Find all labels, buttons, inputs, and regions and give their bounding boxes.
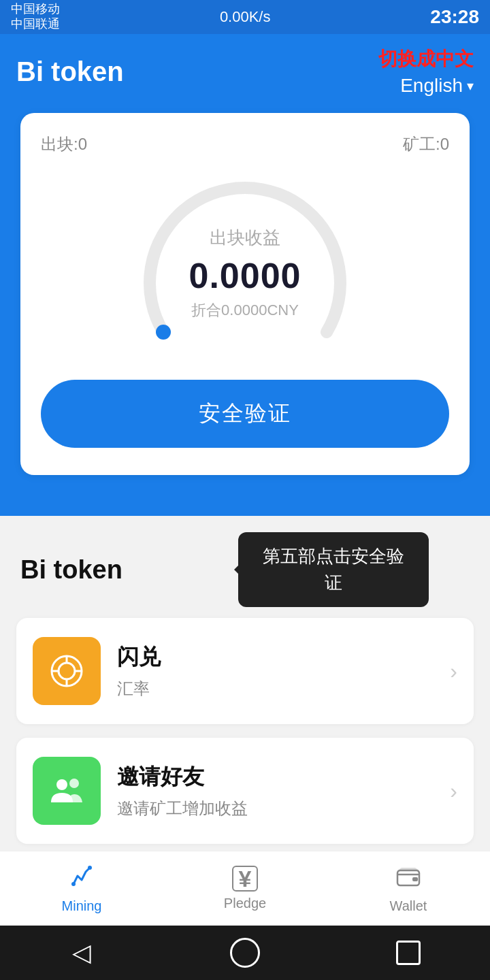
carrier2: 中国联通 <box>11 17 60 32</box>
back-icon: ◁ <box>72 938 91 967</box>
clock: 23:28 <box>430 6 479 28</box>
chevron-right-icon-2: › <box>450 779 457 804</box>
wallet-icon <box>396 864 421 894</box>
invite-friends-card[interactable]: 邀请好友 邀请矿工增加收益 › <box>16 738 474 844</box>
svg-point-7 <box>56 779 67 790</box>
svg-point-2 <box>59 663 75 679</box>
nav-pledge[interactable]: ¥ Pledge <box>163 851 327 926</box>
miner-count: 矿工:0 <box>403 133 449 155</box>
svg-point-8 <box>69 779 79 788</box>
gauge-value: 0.0000 <box>189 255 301 296</box>
chevron-down-icon: ▾ <box>467 78 474 94</box>
card-stats-row: 出块:0 矿工:0 <box>41 133 449 155</box>
wallet-label: Wallet <box>390 898 427 914</box>
block-count: 出块:0 <box>41 133 87 155</box>
svg-point-0 <box>156 325 171 340</box>
switch-to-chinese-label: 切换成中文 <box>378 46 474 72</box>
svg-point-9 <box>71 882 76 886</box>
invite-friends-icon <box>33 757 101 825</box>
gauge-container: 出块收益 0.0000 折合0.0000CNY <box>41 169 449 359</box>
svg-rect-12 <box>412 877 418 881</box>
home-icon <box>230 938 260 968</box>
verify-button[interactable]: 安全验证 <box>41 380 449 448</box>
flash-exchange-card[interactable]: 闪兑 汇率 › <box>16 618 474 724</box>
svg-point-10 <box>88 866 92 870</box>
tooltip-bubble: 第五部点击安全验 证 <box>238 532 429 607</box>
invite-friends-sub: 邀请矿工增加收益 <box>117 798 434 819</box>
english-label[interactable]: English ▾ <box>400 75 474 97</box>
pledge-label: Pledge <box>224 896 266 911</box>
flash-exchange-title: 闪兑 <box>117 642 434 672</box>
mining-label: Mining <box>62 898 102 914</box>
nav-mining[interactable]: Mining <box>0 851 163 926</box>
flash-exchange-sub: 汇率 <box>117 678 434 700</box>
nav-wallet[interactable]: Wallet <box>327 851 490 926</box>
invite-friends-text: 邀请好友 邀请矿工增加收益 <box>117 762 434 819</box>
flash-exchange-text: 闪兑 汇率 <box>117 642 434 700</box>
recents-button[interactable] <box>391 936 425 970</box>
pledge-icon: ¥ <box>232 866 258 892</box>
chevron-right-icon: › <box>450 659 457 684</box>
recent-icon <box>396 941 421 965</box>
invite-friends-title: 邀请好友 <box>117 762 434 792</box>
app-header: Bi token 切换成中文 English ▾ <box>0 34 490 113</box>
home-button[interactable] <box>228 936 262 970</box>
hero-section: 出块:0 矿工:0 出块收益 0.0000 折合0.0000CNY 安全验证 <box>0 113 490 516</box>
language-switcher[interactable]: 切换成中文 English ▾ <box>378 46 474 97</box>
app-title: Bi token <box>16 56 124 87</box>
system-nav: ◁ <box>0 926 490 980</box>
mining-card: 出块:0 矿工:0 出块收益 0.0000 折合0.0000CNY 安全验证 <box>20 113 470 475</box>
bi-token-label: Bi token <box>20 555 122 585</box>
bottom-nav: Mining ¥ Pledge Wallet <box>0 851 490 926</box>
bi-token-row: Bi token 第五部点击安全验 证 <box>0 516 490 618</box>
gauge-center: 出块收益 0.0000 折合0.0000CNY <box>189 226 301 321</box>
network-speed: 0.00K/s <box>220 8 271 26</box>
carrier-info: 中国移动 中国联通 <box>11 2 60 31</box>
flash-exchange-icon <box>33 637 101 705</box>
status-bar: 中国移动 中国联通 0.00K/s 23:28 <box>0 0 490 34</box>
carrier1: 中国移动 <box>11 2 60 17</box>
gauge-label: 出块收益 <box>189 226 301 250</box>
mining-icon <box>69 864 94 894</box>
back-button[interactable]: ◁ <box>65 936 99 970</box>
gauge-sub: 折合0.0000CNY <box>189 300 301 321</box>
